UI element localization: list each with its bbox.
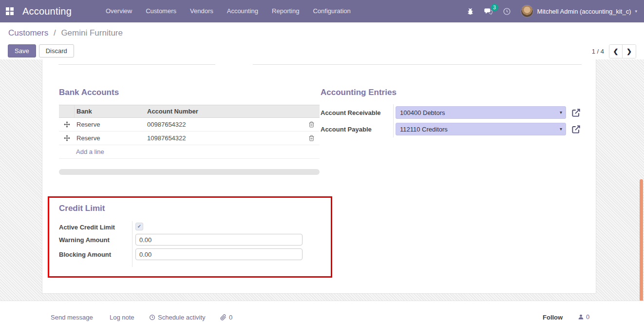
log-note-button[interactable]: Log note	[110, 314, 134, 321]
warning-amount-label: Warning Amount	[59, 236, 110, 244]
screen: Accounting Overview Customers Vendors Ac…	[0, 0, 644, 322]
active-credit-limit-label: Active Credit Limit	[59, 224, 115, 231]
followers-button[interactable]: 0	[578, 313, 589, 321]
chevron-down-icon: ▾	[635, 9, 637, 14]
top-navbar: Accounting Overview Customers Vendors Ac…	[0, 0, 644, 22]
warning-amount-input[interactable]	[135, 234, 303, 246]
systray: 3 Mitchell Admin (accounting_kit_c) ▾	[467, 5, 637, 18]
cell-account-number[interactable]: 10987654322	[145, 134, 303, 142]
check-icon: ✓	[137, 224, 141, 229]
discard-button[interactable]: Discard	[39, 44, 74, 57]
control-panel: Customers / Gemini Furniture Save Discar…	[0, 22, 644, 59]
external-link-icon[interactable]	[571, 108, 581, 117]
person-icon	[578, 314, 584, 320]
column-header-bank[interactable]: Bank	[75, 108, 145, 115]
account-payable-row: Account Payable 112110 Creditors ▾	[321, 121, 586, 137]
chevron-left-icon: ❮	[613, 48, 619, 55]
breadcrumb-separator: /	[54, 28, 56, 38]
column-header-account-number[interactable]: Account Number	[145, 108, 303, 115]
caret-down-icon: ▾	[560, 126, 562, 132]
credit-limit-title: Credit Limit	[59, 204, 105, 213]
schedule-activity-button[interactable]: Schedule activity	[149, 314, 206, 321]
add-a-line-link[interactable]: Add a line	[76, 148, 104, 155]
paperclip-icon	[220, 314, 227, 321]
bank-accounts-table: Bank Account Number Reserve 00987654322	[59, 105, 320, 159]
pager-previous-button[interactable]: ❮	[609, 45, 623, 58]
cell-bank[interactable]: Reserve	[75, 121, 145, 128]
caret-down-icon: ▾	[560, 110, 562, 115]
bank-accounts-header: Bank Account Number	[59, 105, 320, 118]
blocking-amount-input[interactable]	[135, 248, 303, 260]
menu-reporting[interactable]: Reporting	[265, 0, 306, 22]
blocking-amount-label: Blocking Amount	[59, 251, 111, 258]
vertical-scrollbar-thumb[interactable]	[640, 179, 643, 309]
delete-row-icon[interactable]	[303, 121, 320, 128]
avatar	[521, 5, 533, 18]
notebook-tabs-bottom-edge	[58, 59, 582, 65]
horizontal-scrollbar[interactable]	[59, 169, 320, 175]
content-area: Bank Accounts Bank Account Number	[0, 59, 644, 301]
attachments-button[interactable]: 0	[220, 314, 232, 321]
breadcrumb-current: Gemini Furniture	[61, 28, 123, 38]
table-row[interactable]: Reserve 10987654322	[59, 132, 320, 145]
bank-accounts-title: Bank Accounts	[59, 88, 320, 97]
user-name: Mitchell Admin (accounting_kit_c)	[537, 8, 631, 15]
menu-vendors[interactable]: Vendors	[183, 0, 220, 22]
menu-accounting[interactable]: Accounting	[220, 0, 265, 22]
follower-count: 0	[586, 313, 589, 321]
account-receivable-select[interactable]: 100400 Debtors ▾	[396, 106, 566, 119]
account-receivable-label: Account Receivable	[321, 109, 393, 116]
account-payable-value: 112110 Creditors	[400, 126, 448, 133]
account-receivable-row: Account Receivable 100400 Debtors ▾	[321, 104, 586, 121]
debug-bug-icon[interactable]	[467, 8, 474, 15]
accounting-entries-section: Accounting Entries Account Receivable 10…	[321, 88, 586, 137]
form-sheet: Bank Accounts Bank Account Number	[42, 59, 596, 294]
breadcrumb: Customers / Gemini Furniture	[8, 28, 123, 38]
bank-accounts-section: Bank Accounts Bank Account Number	[59, 88, 320, 175]
pager-next-button[interactable]: ❯	[623, 45, 636, 58]
external-link-icon[interactable]	[571, 125, 581, 134]
app-title[interactable]: Accounting	[22, 6, 72, 17]
chevron-right-icon: ❯	[626, 48, 632, 55]
apps-menu-icon[interactable]	[6, 7, 14, 16]
drag-handle-icon[interactable]	[59, 118, 75, 131]
pager-count: 1 / 4	[592, 48, 604, 55]
account-payable-select[interactable]: 112110 Creditors ▾	[396, 123, 566, 135]
delete-row-icon[interactable]	[303, 135, 320, 141]
breadcrumb-customers-link[interactable]: Customers	[8, 28, 48, 38]
chatter-bar: Send message Log note Schedule activity …	[0, 301, 644, 322]
record-pager: 1 / 4 ❮ ❯	[592, 44, 636, 58]
table-row[interactable]: Reserve 00987654322	[59, 118, 320, 132]
credit-limit-highlight-box: Credit Limit Active Credit Limit ✓ Warni…	[48, 196, 332, 278]
activities-clock-icon[interactable]	[503, 7, 511, 16]
follow-button[interactable]: Follow	[543, 314, 563, 321]
attachment-count: 0	[229, 314, 232, 321]
cell-bank[interactable]: Reserve	[75, 134, 145, 142]
cell-account-number[interactable]: 00987654322	[145, 121, 303, 128]
messages-icon[interactable]: 3	[484, 7, 493, 16]
send-message-button[interactable]: Send message	[51, 314, 93, 321]
save-button[interactable]: Save	[8, 44, 36, 57]
menu-configuration[interactable]: Configuration	[306, 0, 357, 22]
messages-badge: 3	[491, 4, 498, 11]
main-menu: Overview Customers Vendors Accounting Re…	[99, 0, 358, 22]
account-payable-label: Account Payable	[321, 126, 393, 133]
drag-handle-icon[interactable]	[59, 132, 75, 145]
account-receivable-value: 100400 Debtors	[400, 109, 445, 116]
accounting-entries-title: Accounting Entries	[321, 88, 586, 97]
clock-icon	[149, 314, 155, 321]
label-field-divider	[132, 221, 133, 267]
user-menu[interactable]: Mitchell Admin (accounting_kit_c) ▾	[521, 5, 637, 18]
active-credit-limit-checkbox[interactable]: ✓	[135, 223, 143, 230]
menu-overview[interactable]: Overview	[99, 0, 139, 22]
menu-customers[interactable]: Customers	[139, 0, 183, 22]
